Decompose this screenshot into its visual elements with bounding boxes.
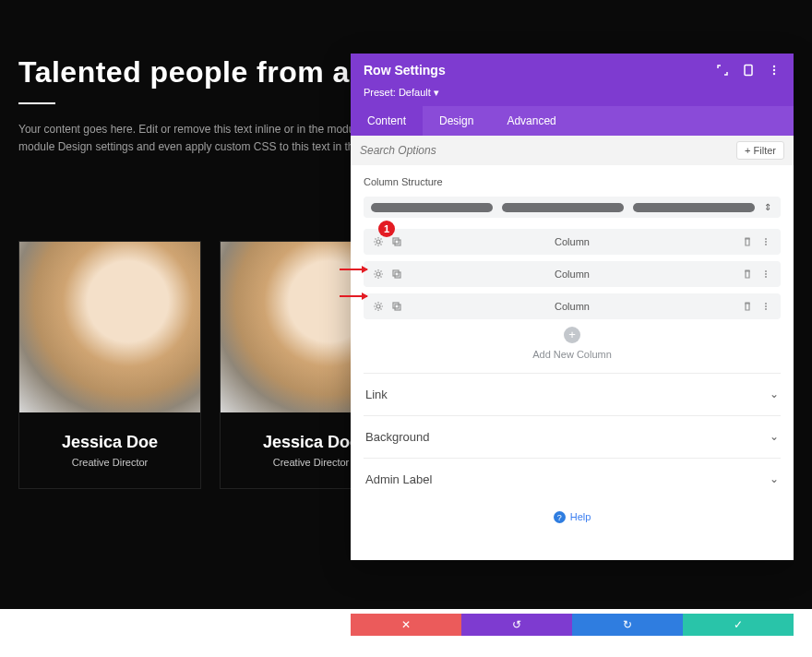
svg-rect-0 <box>745 66 752 76</box>
svg-point-4 <box>376 240 380 244</box>
dots-icon[interactable] <box>760 269 771 280</box>
heading-divider <box>18 102 55 104</box>
search-input[interactable] <box>360 144 736 157</box>
svg-rect-17 <box>393 303 399 308</box>
svg-rect-6 <box>395 240 400 245</box>
chevron-down-icon: ▾ <box>434 87 439 98</box>
avatar <box>19 242 200 412</box>
gear-icon[interactable] <box>373 236 384 247</box>
tab-design[interactable]: Design <box>423 106 490 136</box>
close-icon: ✕ <box>401 618 411 631</box>
chevron-updown-icon[interactable]: ⇕ <box>764 202 773 212</box>
redo-icon: ↻ <box>623 618 632 631</box>
tablet-icon[interactable] <box>742 64 755 77</box>
gear-icon[interactable] <box>373 301 384 312</box>
column-row[interactable]: Column <box>364 261 781 287</box>
svg-rect-12 <box>395 272 400 278</box>
svg-point-8 <box>765 241 767 243</box>
section-link[interactable]: Link⌄ <box>364 373 781 415</box>
svg-point-13 <box>765 270 767 272</box>
cancel-button[interactable]: ✕ <box>351 614 461 636</box>
trash-icon[interactable] <box>742 301 753 312</box>
svg-rect-5 <box>393 238 399 244</box>
chevron-down-icon: ⌄ <box>770 472 779 485</box>
svg-point-9 <box>765 244 767 245</box>
section-background[interactable]: Background⌄ <box>364 415 781 458</box>
svg-point-15 <box>765 276 767 278</box>
filter-button[interactable]: + Filter <box>736 141 784 160</box>
svg-rect-18 <box>395 305 400 310</box>
preset-selector[interactable]: Preset: Default ▾ <box>351 87 794 106</box>
check-icon: ✓ <box>734 618 743 631</box>
member-role: Creative Director <box>273 457 350 468</box>
svg-point-10 <box>376 272 380 276</box>
svg-point-2 <box>773 69 775 71</box>
structure-pill <box>502 203 624 212</box>
add-column-label: Add New Column <box>364 349 781 360</box>
annotation-arrow <box>340 295 367 297</box>
row-settings-modal: Row Settings Preset: Default ▾ Content D… <box>351 54 794 560</box>
undo-icon: ↺ <box>512 618 521 631</box>
team-card: Jessica Doe Creative Director <box>18 241 201 489</box>
member-name: Jessica Doe <box>62 433 158 452</box>
member-name: Jessica Doe <box>263 433 359 452</box>
chevron-down-icon: ⌄ <box>770 430 779 443</box>
duplicate-icon[interactable] <box>391 236 402 247</box>
member-role: Creative Director <box>72 457 149 468</box>
column-structure-picker[interactable]: ⇕ <box>364 197 781 218</box>
menu-icon[interactable] <box>768 64 781 77</box>
column-row[interactable]: Column <box>364 293 781 319</box>
dots-icon[interactable] <box>760 301 771 312</box>
annotation-arrow <box>340 269 367 270</box>
svg-point-20 <box>765 305 767 307</box>
column-label: Column <box>402 269 742 280</box>
structure-pill <box>633 203 755 212</box>
help-link[interactable]: ?Help <box>364 500 781 561</box>
gear-icon[interactable] <box>373 269 384 280</box>
column-label: Column <box>402 301 742 312</box>
annotation-badge: 1 <box>378 221 395 237</box>
modal-footer: ✕ ↺ ↻ ✓ <box>351 614 794 636</box>
trash-icon[interactable] <box>742 236 753 247</box>
trash-icon[interactable] <box>742 269 753 280</box>
dots-icon[interactable] <box>760 236 771 247</box>
svg-point-21 <box>765 308 767 310</box>
tab-content[interactable]: Content <box>351 106 423 136</box>
duplicate-icon[interactable] <box>391 301 402 312</box>
column-row[interactable]: Column <box>364 229 781 255</box>
svg-point-3 <box>773 73 775 75</box>
modal-title: Row Settings <box>364 63 446 78</box>
svg-point-19 <box>765 303 767 305</box>
add-column-button[interactable]: + <box>564 327 580 343</box>
svg-point-1 <box>773 66 775 67</box>
tab-advanced[interactable]: Advanced <box>490 106 572 136</box>
svg-point-16 <box>376 305 380 308</box>
save-button[interactable]: ✓ <box>683 614 794 636</box>
svg-rect-11 <box>393 270 399 276</box>
structure-pill <box>371 203 493 212</box>
svg-point-7 <box>765 238 767 240</box>
section-admin-label[interactable]: Admin Label⌄ <box>364 458 781 500</box>
chevron-down-icon: ⌄ <box>770 388 779 400</box>
undo-button[interactable]: ↺ <box>461 614 572 636</box>
structure-label: Column Structure <box>364 176 781 187</box>
column-label: Column <box>402 236 742 247</box>
svg-point-14 <box>765 273 767 275</box>
duplicate-icon[interactable] <box>391 269 402 280</box>
redo-button[interactable]: ↻ <box>572 614 683 636</box>
expand-icon[interactable] <box>716 64 729 77</box>
help-icon: ? <box>554 511 566 523</box>
